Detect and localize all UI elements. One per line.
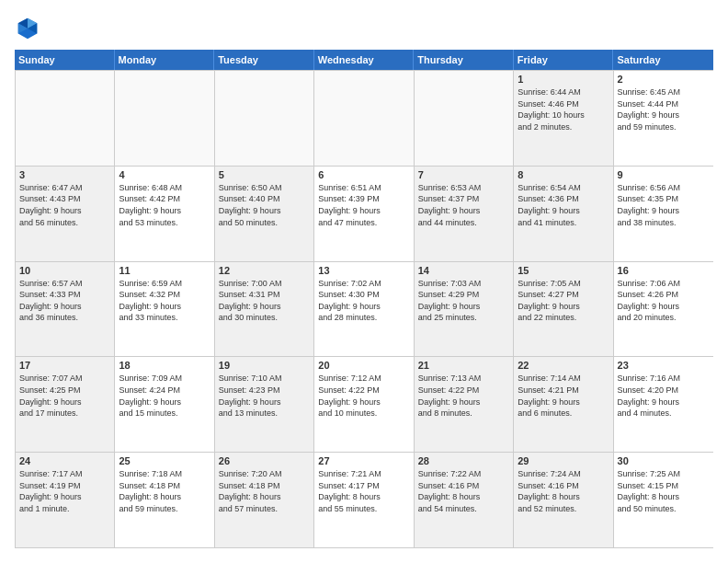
- day-number: 21: [418, 360, 509, 371]
- day-number: 13: [318, 265, 409, 276]
- day-number: 5: [219, 169, 310, 180]
- day-number: 15: [518, 265, 609, 276]
- day-info: Sunrise: 6:51 AM Sunset: 4:39 PM Dayligh…: [318, 182, 409, 228]
- day-info: Sunrise: 7:13 AM Sunset: 4:22 PM Dayligh…: [418, 373, 509, 419]
- cal-cell: 20Sunrise: 7:12 AM Sunset: 4:22 PM Dayli…: [314, 357, 414, 452]
- day-number: 20: [318, 360, 409, 371]
- day-number: 26: [219, 455, 310, 466]
- cal-cell: 18Sunrise: 7:09 AM Sunset: 4:24 PM Dayli…: [115, 357, 214, 452]
- cal-cell: 28Sunrise: 7:22 AM Sunset: 4:16 PM Dayli…: [415, 453, 514, 547]
- day-number: 6: [318, 169, 409, 180]
- cal-cell: 5Sunrise: 6:50 AM Sunset: 4:40 PM Daylig…: [215, 167, 314, 261]
- day-info: Sunrise: 7:17 AM Sunset: 4:19 PM Dayligh…: [19, 468, 110, 514]
- day-info: Sunrise: 6:44 AM Sunset: 4:46 PM Dayligh…: [518, 86, 609, 132]
- day-number: 4: [119, 169, 210, 180]
- cal-cell: 17Sunrise: 7:07 AM Sunset: 4:25 PM Dayli…: [16, 357, 115, 452]
- day-info: Sunrise: 6:54 AM Sunset: 4:36 PM Dayligh…: [518, 182, 609, 228]
- cal-cell: 1Sunrise: 6:44 AM Sunset: 4:46 PM Daylig…: [514, 71, 613, 166]
- calendar-body: 1Sunrise: 6:44 AM Sunset: 4:46 PM Daylig…: [15, 70, 713, 548]
- week-4: 17Sunrise: 7:07 AM Sunset: 4:25 PM Dayli…: [16, 356, 713, 452]
- cal-cell: 2Sunrise: 6:45 AM Sunset: 4:44 PM Daylig…: [614, 71, 713, 166]
- logo: [15, 15, 44, 40]
- day-info: Sunrise: 7:05 AM Sunset: 4:27 PM Dayligh…: [518, 278, 609, 324]
- day-info: Sunrise: 6:50 AM Sunset: 4:40 PM Dayligh…: [219, 182, 310, 228]
- cal-cell: 25Sunrise: 7:18 AM Sunset: 4:18 PM Dayli…: [115, 453, 214, 547]
- day-number: 2: [618, 74, 710, 85]
- day-info: Sunrise: 7:06 AM Sunset: 4:26 PM Dayligh…: [618, 278, 710, 324]
- header-day-thursday: Thursday: [414, 50, 514, 70]
- header-day-wednesday: Wednesday: [314, 50, 415, 70]
- day-number: 11: [119, 265, 210, 276]
- cal-cell: [115, 71, 214, 166]
- day-info: Sunrise: 6:59 AM Sunset: 4:32 PM Dayligh…: [119, 278, 210, 324]
- day-info: Sunrise: 7:12 AM Sunset: 4:22 PM Dayligh…: [318, 373, 409, 419]
- header-day-tuesday: Tuesday: [214, 50, 314, 70]
- day-info: Sunrise: 7:16 AM Sunset: 4:20 PM Dayligh…: [618, 373, 710, 419]
- day-number: 8: [518, 169, 609, 180]
- day-number: 1: [518, 74, 609, 85]
- day-number: 23: [618, 360, 710, 371]
- cal-cell: 29Sunrise: 7:24 AM Sunset: 4:16 PM Dayli…: [514, 453, 613, 547]
- cal-cell: 23Sunrise: 7:16 AM Sunset: 4:20 PM Dayli…: [614, 357, 713, 452]
- day-number: 3: [19, 169, 110, 180]
- day-number: 10: [19, 265, 110, 276]
- header-day-monday: Monday: [115, 50, 215, 70]
- day-info: Sunrise: 7:21 AM Sunset: 4:17 PM Dayligh…: [318, 468, 409, 514]
- header-day-saturday: Saturday: [613, 50, 713, 70]
- cal-cell: 9Sunrise: 6:56 AM Sunset: 4:35 PM Daylig…: [614, 167, 713, 261]
- cal-cell: 24Sunrise: 7:17 AM Sunset: 4:19 PM Dayli…: [16, 453, 115, 547]
- day-number: 25: [119, 455, 210, 466]
- day-info: Sunrise: 7:00 AM Sunset: 4:31 PM Dayligh…: [219, 278, 310, 324]
- calendar-header: SundayMondayTuesdayWednesdayThursdayFrid…: [15, 50, 713, 70]
- header-day-friday: Friday: [514, 50, 614, 70]
- cal-cell: 19Sunrise: 7:10 AM Sunset: 4:23 PM Dayli…: [215, 357, 314, 452]
- cal-cell: 30Sunrise: 7:25 AM Sunset: 4:15 PM Dayli…: [614, 453, 713, 547]
- day-number: 22: [518, 360, 609, 371]
- day-info: Sunrise: 6:57 AM Sunset: 4:33 PM Dayligh…: [19, 278, 110, 324]
- cal-cell: 6Sunrise: 6:51 AM Sunset: 4:39 PM Daylig…: [314, 167, 414, 261]
- week-1: 1Sunrise: 6:44 AM Sunset: 4:46 PM Daylig…: [16, 70, 713, 166]
- cal-cell: 14Sunrise: 7:03 AM Sunset: 4:29 PM Dayli…: [415, 262, 514, 357]
- day-number: 30: [618, 455, 710, 466]
- day-info: Sunrise: 6:45 AM Sunset: 4:44 PM Dayligh…: [618, 86, 710, 132]
- day-info: Sunrise: 7:09 AM Sunset: 4:24 PM Dayligh…: [119, 373, 210, 419]
- cal-cell: 22Sunrise: 7:14 AM Sunset: 4:21 PM Dayli…: [514, 357, 613, 452]
- calendar: SundayMondayTuesdayWednesdayThursdayFrid…: [15, 50, 713, 548]
- logo-icon: [15, 15, 40, 40]
- cal-cell: 3Sunrise: 6:47 AM Sunset: 4:43 PM Daylig…: [16, 167, 115, 261]
- cal-cell: 4Sunrise: 6:48 AM Sunset: 4:42 PM Daylig…: [115, 167, 214, 261]
- day-info: Sunrise: 7:02 AM Sunset: 4:30 PM Dayligh…: [318, 278, 409, 324]
- cal-cell: 10Sunrise: 6:57 AM Sunset: 4:33 PM Dayli…: [16, 262, 115, 357]
- day-info: Sunrise: 6:47 AM Sunset: 4:43 PM Dayligh…: [19, 182, 110, 228]
- cal-cell: 27Sunrise: 7:21 AM Sunset: 4:17 PM Dayli…: [314, 453, 414, 547]
- day-info: Sunrise: 6:53 AM Sunset: 4:37 PM Dayligh…: [418, 182, 509, 228]
- day-number: 17: [19, 360, 110, 371]
- day-number: 27: [318, 455, 409, 466]
- day-info: Sunrise: 7:18 AM Sunset: 4:18 PM Dayligh…: [119, 468, 210, 514]
- cal-cell: [215, 71, 314, 166]
- day-number: 19: [219, 360, 310, 371]
- day-info: Sunrise: 7:10 AM Sunset: 4:23 PM Dayligh…: [219, 373, 310, 419]
- cal-cell: 26Sunrise: 7:20 AM Sunset: 4:18 PM Dayli…: [215, 453, 314, 547]
- day-info: Sunrise: 7:20 AM Sunset: 4:18 PM Dayligh…: [219, 468, 310, 514]
- cal-cell: 13Sunrise: 7:02 AM Sunset: 4:30 PM Dayli…: [314, 262, 414, 357]
- day-number: 28: [418, 455, 509, 466]
- cal-cell: 16Sunrise: 7:06 AM Sunset: 4:26 PM Dayli…: [614, 262, 713, 357]
- day-info: Sunrise: 7:24 AM Sunset: 4:16 PM Dayligh…: [518, 468, 609, 514]
- week-3: 10Sunrise: 6:57 AM Sunset: 4:33 PM Dayli…: [16, 261, 713, 357]
- week-2: 3Sunrise: 6:47 AM Sunset: 4:43 PM Daylig…: [16, 166, 713, 261]
- day-info: Sunrise: 6:56 AM Sunset: 4:35 PM Dayligh…: [618, 182, 710, 228]
- cal-cell: 8Sunrise: 6:54 AM Sunset: 4:36 PM Daylig…: [514, 167, 613, 261]
- day-number: 9: [618, 169, 710, 180]
- header: [15, 15, 713, 40]
- day-number: 24: [19, 455, 110, 466]
- cal-cell: [16, 71, 115, 166]
- day-number: 12: [219, 265, 310, 276]
- week-5: 24Sunrise: 7:17 AM Sunset: 4:19 PM Dayli…: [16, 452, 713, 547]
- page: SundayMondayTuesdayWednesdayThursdayFrid…: [0, 0, 728, 563]
- day-info: Sunrise: 7:07 AM Sunset: 4:25 PM Dayligh…: [19, 373, 110, 419]
- day-number: 14: [418, 265, 509, 276]
- cal-cell: [314, 71, 414, 166]
- cal-cell: 7Sunrise: 6:53 AM Sunset: 4:37 PM Daylig…: [415, 167, 514, 261]
- day-number: 29: [518, 455, 609, 466]
